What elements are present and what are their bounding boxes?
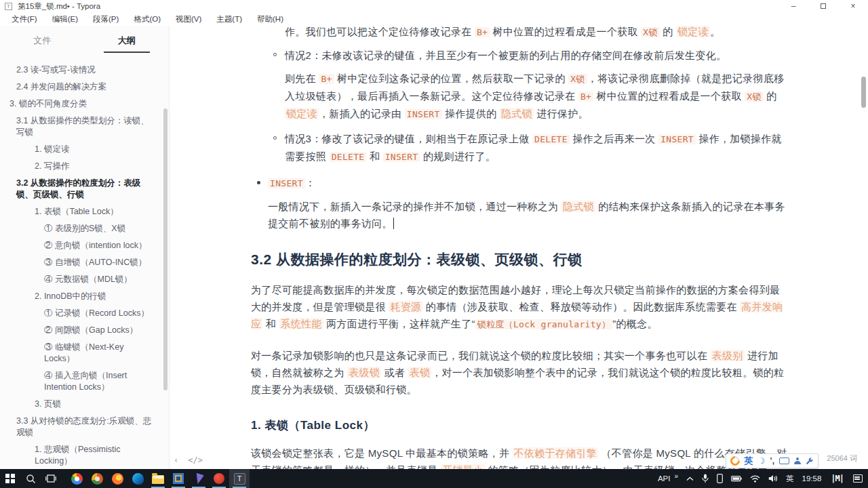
- outline-item[interactable]: ① 记录锁（Record Locks）: [9, 308, 155, 319]
- menu-item[interactable]: 文件(F): [4, 13, 45, 26]
- soft-keyboard-icon[interactable]: [779, 458, 789, 464]
- word-count[interactable]: 25064 词: [827, 453, 857, 464]
- list-item[interactable]: INSERT：: [251, 174, 788, 192]
- outline-item[interactable]: 1. 锁定读: [9, 144, 155, 155]
- text-run: 。: [710, 26, 720, 37]
- outline-item[interactable]: 2. InnoDB中的行锁: [9, 291, 155, 302]
- menu-item[interactable]: 段落(P): [85, 13, 126, 26]
- paragraph[interactable]: 为了尽可能提高数据库的并发度，每次锁定的数据范围越小越好，理论上每次只锁定当前操…: [251, 281, 788, 333]
- tray-toolbar-expand[interactable]: »: [674, 469, 682, 488]
- taskbar-app-edge[interactable]: [127, 469, 148, 488]
- sidebar-collapse-button[interactable]: ‹: [174, 455, 178, 465]
- sogou-logo-icon[interactable]: [728, 454, 742, 468]
- task-view-button[interactable]: [41, 469, 61, 488]
- pen-input-icon[interactable]: |M|: [825, 474, 849, 483]
- inline-code: INSERT: [658, 134, 696, 144]
- microphone-tray-icon[interactable]: [698, 469, 713, 488]
- taskbar-app-firefox[interactable]: [107, 469, 127, 488]
- ime-language-indicator[interactable]: 英: [782, 469, 798, 488]
- paragraph[interactable]: 一般情况下，新插入一条记录的操作并不加锁，通过一种称之为 隐式锁 的结构来保护这…: [268, 198, 788, 232]
- document[interactable]: 作。我们也可以把这个定位待修改记录在 B+ 树中位置的过程看成是一个获取 X锁 …: [251, 26, 788, 469]
- battery-icon: [731, 475, 742, 482]
- menu-item[interactable]: 格式(O): [126, 13, 168, 26]
- sidebar: 文件 大纲 2.3 读-写或写-读情况2.4 并发问题的解决方案3. 锁的不同角…: [0, 26, 170, 469]
- taskbar-app-chrome-alt[interactable]: [87, 469, 107, 488]
- list-item[interactable]: 情况2：未修改该记录的键值，并且至少有一个被更新的列占用的存储空间在修改前后发生…: [251, 47, 788, 64]
- highlighted-term: 锁定读: [285, 108, 319, 119]
- outline-item[interactable]: 2. 写操作: [9, 161, 155, 172]
- taskbar-app-thunder[interactable]: [189, 469, 209, 488]
- thunder-icon: [193, 472, 204, 485]
- outline-item[interactable]: ④ 元数据锁（MDL锁）: [9, 274, 155, 285]
- menu-item[interactable]: 主题(T): [209, 13, 250, 26]
- highlighted-term: 耗资源: [389, 301, 422, 312]
- editor-area: 作。我们也可以把这个定位待修改记录在 B+ 树中位置的过程看成是一个获取 X锁 …: [170, 26, 868, 469]
- tray-toolbar-label[interactable]: API: [654, 469, 675, 488]
- document-scrollbar[interactable]: [861, 77, 866, 108]
- outline-item[interactable]: ③ 自增锁（AUTO-INC锁）: [9, 257, 155, 268]
- start-button[interactable]: [0, 469, 20, 488]
- close-button[interactable]: ×: [838, 0, 868, 13]
- paragraph[interactable]: 该锁会锁定整张表，它是 MySQL 中最基本的锁策略，并 不依赖于存储引擎 （不…: [251, 445, 788, 469]
- settings-wrench-icon[interactable]: [806, 457, 814, 465]
- search-button[interactable]: [20, 469, 41, 488]
- outline-item[interactable]: 1. 悲观锁（Pessimistic Locking）: [9, 444, 155, 467]
- paragraph[interactable]: 对一条记录加锁影响的也只是这条记录而已，我们就说这个锁的粒度比较细；其实一个事务…: [251, 347, 788, 398]
- night-mode-icon[interactable]: ☽: [758, 456, 766, 466]
- punctuation-mode-icon[interactable]: ’,: [770, 456, 774, 466]
- outline-item[interactable]: 1. 表锁（Table Lock）: [9, 206, 155, 218]
- outline-item[interactable]: ③ 临键锁（Next-Key Locks）: [9, 342, 155, 365]
- minimize-button[interactable]: –: [778, 0, 808, 13]
- outline-item[interactable]: 2.3 读-写或写-读情况: [9, 64, 155, 76]
- source-mode-button[interactable]: </>: [188, 455, 203, 465]
- text-run: 的: [764, 90, 777, 102]
- hidden-icons-chevron[interactable]: [682, 469, 698, 488]
- taskbar-app-file-explorer[interactable]: [148, 469, 168, 488]
- outline-item[interactable]: 3. 页锁: [9, 399, 155, 410]
- list-item-text: INSERT：: [268, 177, 315, 188]
- account-icon[interactable]: [794, 458, 801, 464]
- phone-icon: [717, 474, 723, 483]
- taskbar-app-snipping-tool[interactable]: [168, 469, 189, 488]
- text-run: 操作提供的: [442, 108, 500, 119]
- notification-center-button[interactable]: [849, 469, 867, 488]
- paragraph[interactable]: 作。我们也可以把这个定位待修改记录在 B+ 树中位置的过程看成是一个获取 X锁 …: [285, 26, 788, 41]
- text-run: 树中位置的过程看成是一个获取: [593, 90, 745, 102]
- wifi-tray-icon[interactable]: [746, 469, 764, 488]
- netease-music-icon: [214, 473, 224, 484]
- outline-item[interactable]: ④ 插入意向锁（Insert Intention Locks）: [9, 370, 155, 393]
- title-bar: T 第15章_锁.md• - Typora – ×: [0, 0, 868, 13]
- taskbar: T API » 英 19:58 |M|: [0, 469, 868, 488]
- paragraph[interactable]: 则先在 B+ 树中定位到这条记录的位置，然后获取一下记录的 X锁，将该记录彻底删…: [285, 70, 788, 123]
- outline-item[interactable]: ② 意向锁（intention lock）: [9, 240, 155, 251]
- taskbar-app-typora[interactable]: T: [229, 469, 250, 488]
- menu-item[interactable]: 视图(V): [168, 13, 209, 26]
- section-heading[interactable]: 3.2 从数据操作的粒度划分：表级锁、页级锁、行锁: [251, 251, 788, 268]
- ime-toolbar: 英 ☽ ’,: [726, 453, 818, 468]
- maximize-button[interactable]: [808, 0, 838, 13]
- clock[interactable]: 19:58: [798, 469, 826, 488]
- tab-files[interactable]: 文件: [0, 26, 85, 52]
- subsection-heading[interactable]: 1. 表锁（Table Lock）: [251, 417, 788, 434]
- text-run: ：: [305, 177, 315, 188]
- outline-item[interactable]: ② 间隙锁（Gap Locks）: [9, 325, 155, 336]
- outline-item[interactable]: 3.3 从对待锁的态度划分:乐观锁、悲观锁: [9, 415, 155, 439]
- phone-tray-icon[interactable]: [713, 469, 727, 488]
- text-run: 树中定位到这条记录的位置，然后获取一下记录的: [334, 73, 569, 84]
- list-item[interactable]: 情况3：修改了该记录的键值，则相当于在原记录上做 DELETE 操作之后再来一次…: [251, 130, 788, 165]
- volume-tray-icon[interactable]: [764, 469, 782, 488]
- menu-item[interactable]: 帮助(H): [250, 13, 291, 26]
- taskbar-app-chrome[interactable]: [66, 469, 87, 488]
- tab-outline[interactable]: 大纲: [85, 26, 170, 52]
- outline-item[interactable]: 2.4 并发问题的解决方案: [9, 81, 155, 93]
- ime-language-toggle[interactable]: 英: [745, 455, 753, 467]
- outline-item[interactable]: 3.2 从数据操作的粒度划分：表级锁、页级锁、行锁: [9, 178, 155, 201]
- outline-item[interactable]: ① 表级别的S锁、X锁: [9, 223, 155, 235]
- inline-code: X锁: [641, 27, 659, 37]
- battery-tray-icon[interactable]: [727, 469, 746, 488]
- outline-item[interactable]: 3. 锁的不同角度分类: [9, 98, 155, 110]
- taskbar-app-netease-music[interactable]: [209, 469, 229, 488]
- sidebar-scrollbar[interactable]: [163, 108, 167, 390]
- outline-item[interactable]: 3.1 从数据操作的类型划分：读锁、写锁: [9, 115, 155, 138]
- menu-item[interactable]: 编辑(E): [45, 13, 85, 26]
